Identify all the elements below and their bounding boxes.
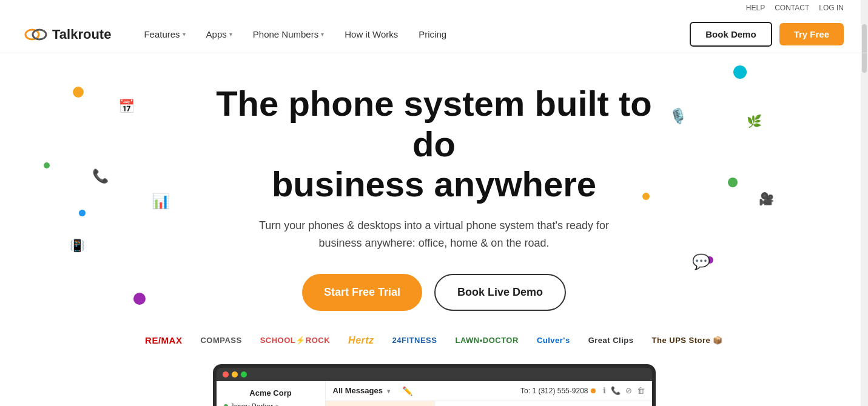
- block-icon[interactable]: ⊘: [625, 386, 632, 395]
- try-free-button[interactable]: Try Free: [779, 23, 844, 45]
- call-icon[interactable]: 📞: [611, 386, 621, 395]
- login-link[interactable]: LOG IN: [819, 4, 844, 12]
- hero-section: 📅 📞 📊 📳 🎙️ 🌿 🎥 💬 The phone system built …: [0, 53, 868, 406]
- features-chevron: ▾: [183, 31, 186, 38]
- app-main-panel: All Messages ▾ ✏️ To: 1 (312) 555-9208 ℹ…: [326, 381, 652, 406]
- brand-24fitness: 24FITNESS: [392, 336, 437, 345]
- user-chevron: ▾: [275, 403, 278, 406]
- nav-how-it-works[interactable]: How it Works: [336, 24, 406, 44]
- nav-features[interactable]: Features ▾: [135, 24, 193, 44]
- deco-clock-icon: 📅: [118, 99, 135, 115]
- active-dot: [591, 388, 596, 393]
- deco-yellow-dot-left: [73, 87, 84, 98]
- nav-apps[interactable]: Apps ▾: [198, 24, 241, 44]
- contact-link[interactable]: CONTACT: [775, 4, 809, 12]
- window-dot-yellow: [232, 371, 238, 378]
- brand-greatclips: Great Clips: [588, 336, 634, 345]
- nav-buttons: Book Demo Try Free: [690, 22, 844, 47]
- navbar: Talkroute Features ▾ Apps ▾ Phone Number…: [0, 16, 868, 53]
- deco-mic-icon: 🎙️: [669, 108, 687, 125]
- window-dot-green: [241, 371, 247, 378]
- book-demo-button[interactable]: Book Demo: [690, 22, 772, 47]
- laptop-screen: Acme Corp Jenny Parker ▾ All Messages ▾: [217, 381, 652, 406]
- app-body: 1 (312) 555-9208 We are so happy to hear…: [326, 401, 652, 406]
- message-detail: Today 1:21 PM: [435, 401, 652, 406]
- deco-teal-dot-top: [733, 65, 747, 79]
- app-user-name: Jenny Parker: [230, 402, 274, 406]
- laptop-frame: Acme Corp Jenny Parker ▾ All Messages ▾: [213, 364, 656, 406]
- delete-icon[interactable]: 🗑: [637, 386, 645, 395]
- help-link[interactable]: HELP: [746, 4, 765, 12]
- brand-culvers: Culver's: [537, 336, 570, 345]
- nav-links: Features ▾ Apps ▾ Phone Numbers ▾ How it…: [135, 24, 690, 44]
- start-free-trial-button[interactable]: Start Free Trial: [302, 274, 422, 311]
- laptop-top-bar: [217, 368, 652, 381]
- brand-remax: RE/MAX: [145, 335, 182, 345]
- brand-compass: COMPASS: [200, 336, 241, 345]
- deco-chat-icon: 💬: [692, 253, 710, 270]
- deco-purple-dot-right: [706, 256, 713, 264]
- app-sidebar-user: Jenny Parker ▾: [224, 402, 318, 406]
- brand-ups: The UPS Store 📦: [652, 336, 723, 345]
- logo-svg: [24, 26, 47, 43]
- deco-video-icon: 🎥: [759, 191, 774, 206]
- app-header-icons: ℹ 📞 ⊘ 🗑: [603, 386, 645, 395]
- deco-green-dot-right: [728, 178, 738, 187]
- logos-strip: RE/MAX COMPASS SCHOOL⚡ROCK Hertz 24FITNE…: [12, 335, 856, 346]
- book-live-demo-button[interactable]: Book Live Demo: [434, 274, 566, 311]
- app-sidebar: Acme Corp Jenny Parker ▾: [217, 381, 326, 406]
- deco-org-icon: 🌿: [747, 114, 762, 128]
- compose-icon[interactable]: ✏️: [402, 386, 412, 396]
- brand-schoolofrock: SCHOOL⚡ROCK: [260, 336, 330, 345]
- brand-hertz: Hertz: [348, 335, 374, 346]
- top-bar: HELP CONTACT LOG IN: [0, 0, 868, 16]
- message-item[interactable]: 1 (312) 555-9208 We are so happy to hear…: [326, 401, 434, 406]
- deco-green-dot-left: [44, 162, 50, 168]
- brand-lawndoctor: LAWN•DOCTOR: [455, 336, 518, 345]
- info-icon[interactable]: ℹ: [603, 386, 606, 395]
- hero-headline: The phone system built to do business an…: [204, 84, 665, 205]
- nav-pricing[interactable]: Pricing: [410, 24, 455, 44]
- deco-chart-icon: 📊: [152, 193, 170, 210]
- hero-subheadline: Turn your phones & desktops into a virtu…: [258, 217, 610, 252]
- deco-voicemail-icon: 📳: [70, 238, 85, 253]
- deco-phone-icon: 📞: [92, 168, 109, 184]
- logo[interactable]: Talkroute: [24, 26, 111, 43]
- phone-numbers-chevron: ▾: [321, 31, 324, 38]
- app-company-name: Acme Corp: [224, 388, 318, 398]
- nav-phone-numbers[interactable]: Phone Numbers ▾: [244, 24, 332, 44]
- apps-chevron: ▾: [229, 31, 232, 38]
- window-dot-red: [223, 371, 229, 378]
- logo-text: Talkroute: [52, 27, 111, 42]
- app-main-header: All Messages ▾ ✏️ To: 1 (312) 555-9208 ℹ…: [326, 381, 652, 401]
- app-to-label: To: 1 (312) 555-9208: [520, 387, 595, 395]
- app-preview: Acme Corp Jenny Parker ▾ All Messages ▾: [12, 364, 856, 406]
- hero-buttons: Start Free Trial Book Live Demo: [12, 274, 856, 311]
- deco-blue-dot-left: [79, 210, 86, 216]
- messages-chevron: ▾: [387, 388, 390, 394]
- message-list: 1 (312) 555-9208 We are so happy to hear…: [326, 401, 435, 406]
- all-messages-label: All Messages ▾: [333, 386, 390, 395]
